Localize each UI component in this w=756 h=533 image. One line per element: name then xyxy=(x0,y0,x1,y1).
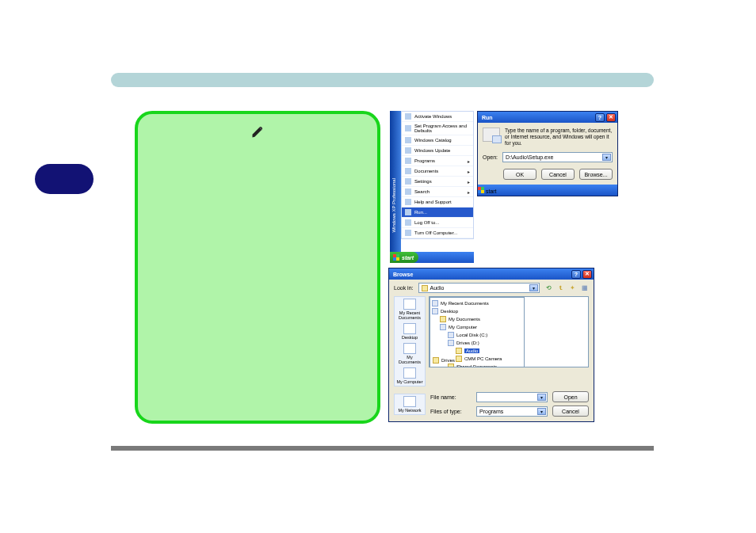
submenu-arrow-icon: ▸ xyxy=(468,169,470,174)
power-icon xyxy=(405,230,411,236)
startmenu-item-update[interactable]: Windows Update xyxy=(402,146,473,156)
dropdown-arrow-icon[interactable]: ▾ xyxy=(529,284,538,291)
place-mynetwork[interactable]: My Network xyxy=(394,394,426,415)
help-icon xyxy=(405,199,411,205)
run-open-label: Open: xyxy=(483,154,498,160)
file-list-area[interactable]: My Recent Documents Desktop My Documents… xyxy=(429,296,589,367)
place-desktop[interactable]: Desktop xyxy=(396,323,423,340)
startmenu-item-access[interactable]: Set Program Access and Defaults xyxy=(402,122,473,135)
run-titlebar[interactable]: Run ? ✕ xyxy=(478,112,617,123)
startmenu-item-label: Documents xyxy=(414,169,438,173)
browse-cancel-button[interactable]: Cancel xyxy=(552,405,589,417)
browse-titlebar[interactable]: Browse ? ✕ xyxy=(389,268,594,280)
startmenu-item-programs[interactable]: Programs▸ xyxy=(402,156,473,166)
generic-app-icon xyxy=(405,125,411,131)
startmenu-items: Activate Windows Set Program Access and … xyxy=(401,111,474,239)
file-item-label: Drives xyxy=(441,358,455,363)
tree-node-audio[interactable]: Audio xyxy=(432,347,522,355)
place-recent[interactable]: My Recent Documents xyxy=(396,299,423,320)
startmenu-item-label: Settings xyxy=(414,179,432,184)
startmenu-item-search[interactable]: Search▸ xyxy=(402,187,473,197)
recent-docs-icon xyxy=(403,299,416,310)
start-menu: Windows XP Professional Activate Windows… xyxy=(390,111,474,263)
startmenu-item-help[interactable]: Help and Support xyxy=(402,197,473,207)
run-ok-button[interactable]: OK xyxy=(503,169,536,180)
dropdown-arrow-icon[interactable]: ▾ xyxy=(602,154,611,161)
lookin-combobox[interactable]: Audio ▾ xyxy=(418,283,540,293)
startmenu-item-documents[interactable]: Documents▸ xyxy=(402,166,473,177)
tree-node-drivesd[interactable]: Drives (D:) xyxy=(432,339,522,347)
nav-pill xyxy=(35,164,94,194)
submenu-arrow-icon: ▸ xyxy=(468,179,470,185)
folder-icon xyxy=(422,285,428,291)
dropdown-arrow-icon[interactable]: ▾ xyxy=(537,394,546,401)
tree-node-mydocs[interactable]: My Documents xyxy=(432,315,522,323)
startmenu-item-label: Turn Off Computer... xyxy=(414,230,457,235)
tree-label: My Documents xyxy=(449,317,480,322)
views-icon[interactable]: ▦ xyxy=(580,284,589,292)
startmenu-item-run[interactable]: Run... xyxy=(402,207,473,218)
run-open-combobox[interactable]: D:\Audio\Setup.exe ▾ xyxy=(502,152,613,162)
browse-title: Browse xyxy=(393,272,570,277)
button-label: Cancel xyxy=(562,409,579,414)
run-browse-button[interactable]: Browse... xyxy=(579,169,613,180)
filetype-label: Files of type: xyxy=(430,409,472,414)
button-label: Browse... xyxy=(584,172,607,177)
network-icon xyxy=(403,396,416,407)
startmenu-item-catalog[interactable]: Windows Catalog xyxy=(402,135,473,146)
startmenu-item-label: Windows Update xyxy=(414,148,450,153)
place-label: Desktop xyxy=(402,335,418,340)
folder-icon xyxy=(440,316,446,322)
tree-node-recent[interactable]: My Recent Documents xyxy=(432,299,522,307)
close-titlebar-button[interactable]: ✕ xyxy=(582,270,592,279)
start-button[interactable]: start xyxy=(478,187,497,194)
generic-app-icon xyxy=(405,113,411,120)
help-titlebar-button[interactable]: ? xyxy=(595,113,605,122)
close-titlebar-button[interactable]: ✕ xyxy=(606,113,616,122)
place-mydocs[interactable]: My Documents xyxy=(396,343,423,364)
folder-icon xyxy=(456,348,462,354)
run-description: Type the name of a program, folder, docu… xyxy=(505,128,613,146)
place-mycomputer[interactable]: My Computer xyxy=(396,367,423,384)
folder-icon xyxy=(448,364,454,367)
run-open-value: D:\Audio\Setup.exe xyxy=(506,154,553,160)
dropdown-arrow-icon[interactable]: ▾ xyxy=(537,408,546,415)
filetype-combobox[interactable]: Programs ▾ xyxy=(476,406,548,417)
mycomputer-icon xyxy=(440,324,446,330)
filetype-value: Programs xyxy=(479,409,503,414)
run-cancel-button[interactable]: Cancel xyxy=(541,169,575,180)
new-folder-icon[interactable]: ✦ xyxy=(568,284,577,292)
up-folder-icon[interactable]: ⮬ xyxy=(556,284,565,292)
tree-label: CMM PC Camera xyxy=(464,356,502,361)
mydocs-icon xyxy=(403,343,416,354)
folder-icon xyxy=(456,356,462,362)
tree-label: My Recent Documents xyxy=(441,301,489,306)
lookin-label: Look in: xyxy=(394,285,414,291)
filename-combobox[interactable]: ▾ xyxy=(476,392,548,402)
tree-label: Drives (D:) xyxy=(456,341,479,345)
help-titlebar-button[interactable]: ? xyxy=(571,270,581,279)
button-label: OK xyxy=(516,172,524,177)
header-bar xyxy=(111,73,654,87)
startmenu-item-logoff[interactable]: Log Off to... xyxy=(402,218,473,228)
startmenu-item-settings[interactable]: Settings▸ xyxy=(402,177,473,187)
startmenu-item-activate[interactable]: Activate Windows xyxy=(402,112,473,122)
start-button-label: start xyxy=(486,188,497,194)
back-icon[interactable]: ⟲ xyxy=(544,284,553,292)
startmenu-item-shutdown[interactable]: Turn Off Computer... xyxy=(402,228,473,238)
run-title: Run xyxy=(482,115,594,120)
generic-app-icon xyxy=(405,147,411,154)
folder-icon xyxy=(405,168,411,174)
startmenu-edition-label: Windows XP Professional xyxy=(391,178,399,233)
tree-label: Local Disk (C:) xyxy=(456,333,487,337)
startmenu-item-label: Help and Support xyxy=(414,200,452,204)
mycomputer-icon xyxy=(403,367,416,379)
file-list-item[interactable]: Drives xyxy=(433,357,455,364)
startmenu-item-label: Windows Catalog xyxy=(414,138,452,143)
tree-node-localc[interactable]: Local Disk (C:) xyxy=(432,331,522,339)
tree-node-desktop[interactable]: Desktop xyxy=(432,307,522,315)
browse-open-button[interactable]: Open xyxy=(552,391,589,402)
tree-node-mycomputer[interactable]: My Computer xyxy=(432,323,522,331)
tree-label: Shared Documents xyxy=(456,364,497,367)
start-button[interactable]: start xyxy=(390,252,418,263)
